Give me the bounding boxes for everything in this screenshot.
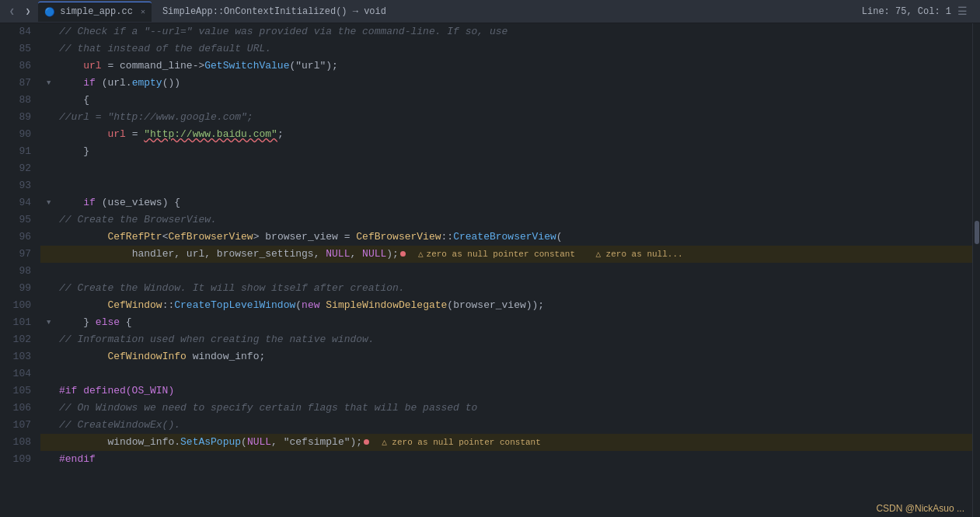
line-number-103: 103 (6, 348, 31, 365)
fold-arrow-94[interactable]: ▼ (47, 194, 56, 211)
code-line-92[interactable]: ▼ (40, 160, 972, 177)
code-line-91[interactable]: ▼ } (40, 143, 972, 160)
back-button[interactable]: ❮ (6, 5, 18, 18)
settings-icon[interactable]: ☰ (957, 5, 968, 18)
tab-file-icon: 🔵 (44, 7, 55, 17)
breadcrumb-text: SimpleApp::OnContextInitialized() → void (162, 6, 386, 17)
line-number-100: 100 (6, 297, 31, 314)
tab-close-button[interactable]: ✕ (141, 7, 145, 16)
breadcrumb: SimpleApp::OnContextInitialized() → void… (156, 5, 974, 18)
code-line-87[interactable]: ▼ if (url.empty()) (40, 75, 972, 92)
code-line-84[interactable]: ▼// Check if a "--url=" value was provid… (40, 23, 972, 40)
line-number-109: 109 (6, 451, 31, 468)
line-number-85: 85 (6, 40, 31, 58)
warning-hint2-108: △ zero as null pointer constant (382, 434, 541, 451)
code-line-107[interactable]: ▼// CreateWindowEx(). (40, 417, 972, 434)
error-badge (400, 251, 406, 257)
line-number-92: 92 (6, 160, 31, 177)
code-line-105[interactable]: ▼#if defined(OS_WIN) (40, 383, 972, 400)
code-line-97[interactable]: ▼ handler, url, browser_settings, NULL, … (40, 246, 972, 263)
code-line-93[interactable]: ▼ (40, 177, 972, 194)
active-tab[interactable]: 🔵 simple_app.cc ✕ (38, 2, 152, 22)
code-line-100[interactable]: ▼ CefWindow::CreateTopLevelWindow(new Si… (40, 297, 972, 314)
line-number-98: 98 (6, 263, 31, 280)
line-number-88: 88 (6, 92, 31, 109)
watermark: CSDN @NickAsuo ... (876, 503, 964, 514)
line-number-97: 97 (6, 246, 31, 263)
line-number-107: 107 (6, 417, 31, 434)
code-line-88[interactable]: ▼ { (40, 92, 972, 109)
line-number-96: 96 (6, 229, 31, 246)
fold-arrow-87[interactable]: ▼ (47, 75, 56, 92)
code-line-104[interactable]: ▼ (40, 365, 972, 383)
line-number-102: 102 (6, 331, 31, 348)
code-line-102[interactable]: ▼// Information used when creating the n… (40, 331, 972, 348)
code-line-86[interactable]: ▼ url = command_line->GetSwitchValue("ur… (40, 58, 972, 75)
scrollbar-track[interactable] (972, 23, 980, 517)
top-bar: ❮ ❯ 🔵 simple_app.cc ✕ SimpleApp::OnConte… (0, 0, 980, 23)
error-badge2 (364, 439, 369, 445)
line-number-105: 105 (6, 383, 31, 400)
code-content[interactable]: ▼// Check if a "--url=" value was provid… (40, 23, 972, 517)
code-line-96[interactable]: ▼ CefRefPtr<CefBrowserView> browser_view… (40, 229, 972, 246)
code-line-109[interactable]: ▼#endif (40, 451, 972, 468)
code-area: 8485868788899091929394959697989910010110… (0, 23, 980, 517)
line-col-info: Line: 75, Col: 1 (862, 6, 951, 17)
forward-button[interactable]: ❯ (23, 5, 34, 18)
code-line-98[interactable]: ▼ (40, 263, 972, 280)
code-line-106[interactable]: ▼// On Windows we need to specify certai… (40, 400, 972, 417)
code-line-95[interactable]: ▼// Create the BrowserView. (40, 211, 972, 229)
code-line-90[interactable]: ▼ url = "http://www.baidu.com"; (40, 126, 972, 143)
code-line-101[interactable]: ▼ } else { (40, 314, 972, 331)
line-number-91: 91 (6, 143, 31, 160)
line-number-101: 101 (6, 314, 31, 331)
line-numbers: 8485868788899091929394959697989910010110… (0, 23, 40, 517)
code-line-103[interactable]: ▼ CefWindowInfo window_info; (40, 348, 972, 365)
code-line-89[interactable]: ▼//url = "http://www.google.com"; (40, 109, 972, 126)
tab-filename: simple_app.cc (60, 6, 133, 17)
fold-arrow-101[interactable]: ▼ (47, 314, 56, 331)
line-number-87: 87 (6, 75, 31, 92)
code-line-94[interactable]: ▼ if (use_views) { (40, 194, 972, 211)
line-number-104: 104 (6, 365, 31, 383)
line-number-90: 90 (6, 126, 31, 143)
line-number-89: 89 (6, 109, 31, 126)
line-number-99: 99 (6, 280, 31, 297)
code-line-99[interactable]: ▼// Create the Window. It will show itse… (40, 280, 972, 297)
scroll-thumb[interactable] (975, 221, 979, 244)
line-number-108: 108 (6, 434, 31, 451)
line-number-84: 84 (6, 23, 31, 40)
line-number-106: 106 (6, 400, 31, 417)
code-line-108[interactable]: ▼ window_info.SetAsPopup(NULL, "cefsimpl… (40, 434, 972, 451)
line-number-95: 95 (6, 211, 31, 229)
line-number-94: 94 (6, 194, 31, 211)
line-number-93: 93 (6, 177, 31, 194)
line-number-86: 86 (6, 58, 31, 75)
code-line-85[interactable]: ▼// that instead of the default URL. (40, 40, 972, 58)
warning-hint-97: △zero as null pointer constant △ zero as… (418, 246, 683, 263)
